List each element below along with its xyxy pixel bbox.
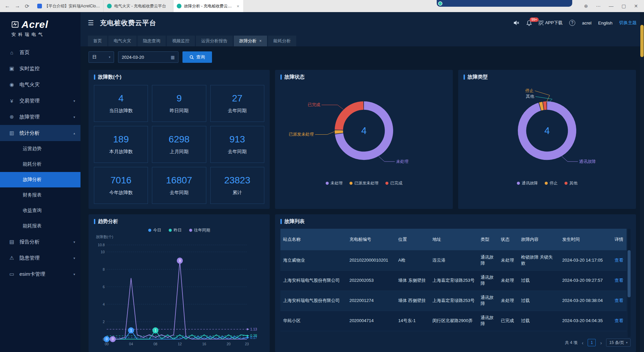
legend-item[interactable]: 其他 — [565, 180, 578, 186]
next-page-icon[interactable]: › — [599, 340, 603, 346]
legend-item[interactable]: 未处理 — [326, 180, 343, 186]
svg-text:0.17: 0.17 — [250, 336, 257, 340]
legend-item[interactable]: 通讯故障 — [517, 180, 538, 186]
chevron-down-icon: ▾ — [73, 99, 75, 103]
page-number[interactable]: 1 — [588, 339, 596, 346]
transaction-icon: ¥ — [9, 98, 15, 104]
fault-type-panel: 故障类型 停止 其他 通讯故障 4 通讯故障 停止 其他 — [458, 70, 636, 209]
browser-tab-fault-analysis[interactable]: 故障分析 - 充电桩收费云平台 × — [173, 0, 243, 12]
sidebar-sub-revenue-query[interactable]: 收益查询 — [0, 203, 80, 218]
browser-forward-icon[interactable]: → — [15, 3, 20, 9]
svg-text:04: 04 — [129, 342, 133, 346]
sidebar-item-esim-management[interactable]: ▭ esim卡管理 ▾ — [0, 266, 80, 282]
tab-favicon — [37, 4, 42, 8]
page-scrollbar-thumb[interactable] — [640, 25, 644, 57]
legend-item[interactable]: 昨日 — [169, 227, 182, 233]
window-maximize-icon[interactable]: ▢ — [622, 3, 626, 9]
sidebar-item-transaction[interactable]: ¥ 交易管理 ▾ — [0, 93, 80, 109]
language-switch[interactable]: English — [598, 20, 612, 26]
tab-energy-analysis[interactable]: 能耗分析 — [268, 36, 296, 46]
sidebar-sub-energy-analysis[interactable]: 能耗分析 — [0, 157, 80, 172]
browser-tab-bar: 【平台介绍】安科瑞AcrelCloud-9 电气火灾 - 充电桩收费云平台 故障… — [34, 0, 243, 12]
table-scrollbar[interactable] — [628, 229, 631, 337]
legend-item[interactable]: 已派发未处理 — [350, 180, 379, 186]
mute-icon[interactable] — [514, 20, 520, 26]
theme-toggle[interactable]: 切换主题 — [619, 20, 637, 26]
floating-overlay-window[interactable] — [437, 0, 572, 7]
donut-center-value: 4 — [361, 125, 367, 136]
legend-item[interactable]: 往年同期 — [189, 227, 210, 233]
view-detail-link[interactable]: 查看 — [614, 318, 623, 323]
pagination: 共 4 项 ‹ 1 › 15 条/页 ▾ — [280, 337, 631, 348]
browser-refresh-icon[interactable]: ⟳ — [25, 3, 29, 9]
sidebar-item-electrical-fire[interactable]: ◉ 电气火灾 — [0, 77, 80, 93]
collapse-sidebar-icon[interactable]: ☰ — [88, 19, 94, 27]
sidebar-sub-energy-report[interactable]: 能耗报表 — [0, 218, 80, 234]
view-detail-link[interactable]: 查看 — [614, 258, 623, 263]
svg-text:1: 1 — [154, 328, 156, 332]
date-picker[interactable]: 2024-03-20 ▦ — [118, 51, 178, 63]
sidebar-sub-financial-report[interactable]: 财务报表 — [0, 187, 80, 203]
legend-item[interactable]: 停止 — [545, 180, 558, 186]
svg-text:6: 6 — [103, 285, 105, 289]
legend-item[interactable]: 已完成 — [385, 180, 402, 186]
sidebar-item-realtime-monitor[interactable]: ▣ 实时监控 — [0, 60, 80, 77]
browser-menu-icon[interactable]: ⋯ — [596, 3, 601, 9]
page-size-select[interactable]: 15 条/页 ▾ — [606, 339, 631, 347]
qr-code-icon — [539, 20, 543, 25]
tab-operation-report[interactable]: 运营分析报告 — [196, 36, 233, 46]
page-scrollbar[interactable] — [640, 12, 644, 352]
label-stop: 停止 — [525, 88, 534, 93]
stat-card: 9 昨日同期 — [152, 85, 206, 122]
svg-text:0: 0 — [106, 337, 108, 341]
tab-home[interactable]: 首页 — [88, 36, 107, 46]
query-button[interactable]: 查询 — [182, 51, 212, 63]
prev-page-icon[interactable]: ‹ — [581, 340, 584, 346]
svg-text:0: 0 — [112, 337, 114, 341]
app-download-button[interactable]: APP下载 — [539, 20, 562, 26]
stat-card: 27 去年同期 — [210, 85, 264, 122]
period-select[interactable]: 日 ▾ — [89, 51, 114, 63]
status-cell: 已完成 — [498, 311, 518, 331]
app-header: ☰ 充电桩收费云平台 99+ APP下载 ? — [80, 12, 644, 34]
sidebar-item-home[interactable]: ⌂ 首页 — [0, 44, 80, 60]
view-detail-link[interactable]: 查看 — [614, 298, 623, 303]
page-title: 充电桩收费云平台 — [100, 18, 156, 28]
tab-hazard-query[interactable]: 隐患查询 — [138, 36, 166, 46]
warning-icon: ⚠ — [9, 255, 15, 261]
label-done: 已完成 — [308, 102, 320, 107]
stat-card: 4 当日故障数 — [94, 85, 148, 122]
svg-text:23: 23 — [245, 342, 249, 346]
tab-favicon — [107, 4, 112, 8]
donut-center-value: 4 — [544, 125, 550, 136]
brand-name: Acrel — [21, 19, 48, 30]
sidebar-item-hazard-management[interactable]: ⚠ 隐患管理 ▾ — [0, 250, 80, 266]
tab-close-icon[interactable]: × — [259, 39, 262, 43]
notification-bell-icon[interactable]: 99+ — [526, 20, 532, 26]
window-minimize-icon[interactable]: — — [609, 3, 613, 9]
svg-text:1.13: 1.13 — [250, 327, 257, 331]
sidebar-sub-fault-analysis[interactable]: 故障分析 — [0, 172, 80, 187]
browser-tab-platform-intro[interactable]: 【平台介绍】安科瑞AcrelCloud-9 — [34, 0, 104, 12]
window-close-icon[interactable]: ✕ — [634, 3, 638, 9]
username[interactable]: acrel — [582, 20, 591, 26]
tab-electrical-fire[interactable]: 电气火灾 — [108, 36, 137, 46]
view-detail-link[interactable]: 查看 — [614, 278, 623, 283]
tab-close-icon[interactable]: × — [236, 4, 240, 9]
table-row: 海立威物业 2021022000010201 A枪 连云港 通讯故障 未处理 枪… — [280, 250, 627, 270]
browser-tab-electrical-fire[interactable]: 电气火灾 - 充电桩收费云平台 — [104, 0, 173, 12]
help-icon[interactable]: ? — [569, 20, 575, 26]
dashboard-content: 故障数(个) 4 当日故障数 9 昨日同期 27 去年同期 — [80, 68, 644, 352]
trend-legend: 今日 昨日 往年同期 — [94, 227, 264, 233]
svg-text:12: 12 — [178, 342, 182, 346]
legend-item[interactable]: 今日 — [148, 227, 161, 233]
sidebar-sub-operation-trend[interactable]: 运营趋势 — [0, 141, 80, 157]
globe-icon[interactable]: ⊕ — [584, 3, 588, 9]
sidebar-item-report-analysis[interactable]: ▤ 报告分析 ▾ — [0, 234, 80, 250]
sidebar-item-fault-management[interactable]: ⊗ 故障管理 ▾ — [0, 109, 80, 125]
tab-video-monitor[interactable]: 视频监控 — [167, 36, 195, 46]
browser-back-icon[interactable]: ← — [5, 3, 10, 9]
tab-fault-analysis[interactable]: 故障分析 × — [234, 36, 267, 46]
notification-badge: 99+ — [530, 17, 539, 22]
sidebar-item-statistics[interactable]: ▥ 统计分析 ▴ — [0, 125, 80, 141]
